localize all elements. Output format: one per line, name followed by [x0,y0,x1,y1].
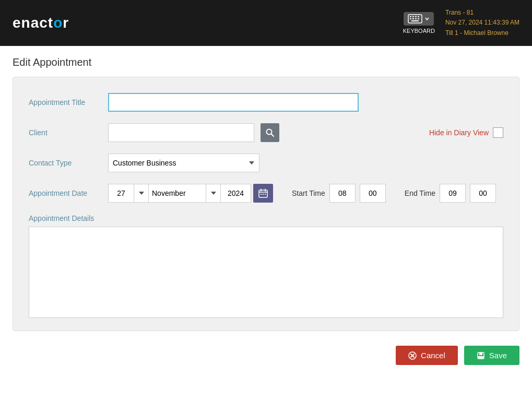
cancel-button[interactable]: Cancel [396,346,458,365]
appointment-details-label: Appointment Details [29,214,503,222]
end-time-min-input[interactable] [470,184,496,203]
start-time-min-input[interactable] [360,184,386,203]
date-wrapper [108,184,273,203]
hide-diary-checkbox[interactable] [493,127,503,138]
search-icon [266,128,274,137]
start-time-section: Start Time [292,184,386,203]
svg-rect-7 [415,18,417,19]
date-month-chevron-icon [211,192,216,195]
svg-rect-6 [412,18,414,19]
form-card: Appointment Title Client Hide in Diary V… [13,77,519,331]
appointment-title-label: Appointment Title [29,98,102,107]
session-info: Trans - 81 Nov 27, 2024 11:43:39 AM Till… [445,8,519,38]
logo-text: enactor [13,15,69,31]
session-trans: Trans - 81 [445,8,519,18]
save-icon [477,351,485,360]
page-title: Edit Appointment [13,56,519,68]
svg-rect-9 [411,20,419,21]
appointment-date-row: Appointment Date [29,184,503,203]
date-day-input[interactable] [108,184,134,203]
start-time-label: Start Time [292,189,325,197]
svg-rect-2 [412,16,414,17]
svg-rect-24 [478,356,483,358]
header-right: KEYBOARD Trans - 81 Nov 27, 2024 11:43:3… [403,8,519,38]
appointment-title-input[interactable] [108,93,359,112]
end-time-section: End Time [405,184,496,203]
svg-rect-5 [410,18,411,19]
svg-rect-23 [479,352,482,355]
svg-rect-8 [418,18,419,19]
contact-type-row: Contact Type Customer Business Personal … [29,154,503,172]
calendar-icon [258,189,268,198]
keyboard-label: KEYBOARD [403,28,435,34]
session-date: Nov 27, 2024 11:43:39 AM [445,18,519,28]
page-content: Edit Appointment Appointment Title Clien… [0,46,532,380]
client-label: Client [29,128,102,137]
client-input[interactable] [108,123,254,142]
cancel-icon [408,351,417,360]
contact-type-select[interactable]: Customer Business Personal Business [108,154,259,172]
client-search-button[interactable] [261,123,279,142]
end-time-hour-input[interactable] [440,184,466,203]
keyboard-icon [404,12,434,26]
svg-rect-18 [265,194,266,195]
end-time-label: End Time [405,189,435,197]
logo: enactor [13,15,69,31]
contact-type-select-wrapper: Customer Business Personal Business [108,154,259,172]
hide-diary-section: Hide in Diary View [429,127,503,138]
save-button[interactable]: Save [464,346,519,365]
svg-line-11 [271,134,274,137]
svg-rect-17 [263,194,264,195]
date-month-dropdown[interactable] [206,184,221,203]
svg-rect-16 [261,194,262,195]
keyboard-svg [408,14,422,23]
date-day-dropdown[interactable] [134,184,149,203]
keyboard-button[interactable]: KEYBOARD [403,12,435,34]
svg-rect-4 [418,16,419,17]
date-year-input[interactable] [221,184,251,203]
hide-diary-label: Hide in Diary View [429,128,489,137]
appointment-details-section: Appointment Details [29,214,503,320]
appointment-date-label: Appointment Date [29,189,102,197]
date-day-chevron-icon [139,192,144,195]
logo-o: o [53,15,63,31]
contact-type-label: Contact Type [29,159,102,167]
save-label: Save [489,351,507,360]
date-month-input[interactable] [149,184,206,203]
start-time-hour-input[interactable] [329,184,356,203]
session-till: Till 1 - Michael Browne [445,28,519,38]
client-row: Client Hide in Diary View [29,123,503,142]
appointment-details-textarea[interactable] [29,227,503,318]
app-header: enactor [0,0,532,46]
svg-rect-3 [415,16,417,17]
appointment-title-row: Appointment Title [29,93,503,112]
calendar-button[interactable] [253,184,273,203]
cancel-label: Cancel [421,351,445,360]
svg-rect-1 [410,16,411,17]
keyboard-expand-icon [424,16,430,21]
footer-buttons: Cancel Save [13,342,519,369]
